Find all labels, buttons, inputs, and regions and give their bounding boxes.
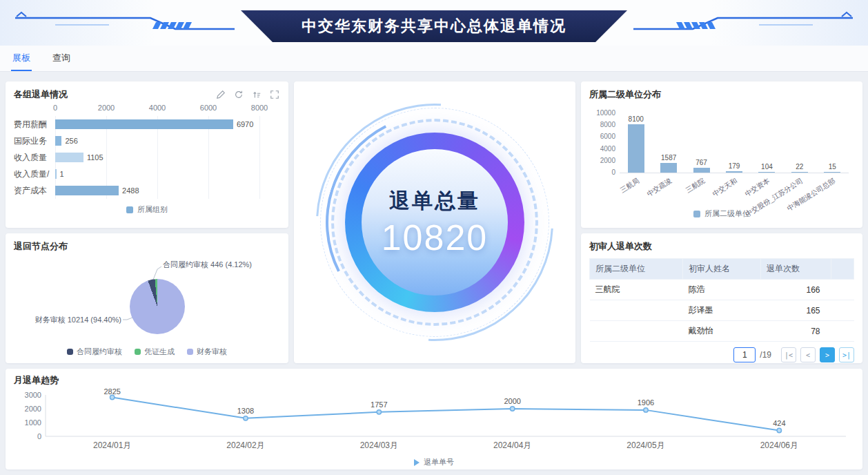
category-label: 三航院: [684, 176, 707, 195]
unit-bar-chart: 02000400060008000100008100三航局1587中交疏浚767…: [589, 102, 854, 206]
axis-line: [620, 173, 849, 173]
fullscreen-icon[interactable]: [269, 89, 280, 100]
category-label: 中交疏浚: [645, 176, 673, 199]
svg-text:2024/06月: 2024/06月: [760, 440, 798, 450]
first-page-button[interactable]: |<: [781, 347, 796, 362]
gauge-label: 退单总量: [389, 187, 480, 215]
axis-tick: 4000: [149, 104, 166, 112]
table-cell: [590, 321, 683, 342]
category-label: 费用薪酬: [14, 116, 54, 133]
legend-label: 所属组别: [137, 204, 168, 215]
legend-item: 凭证生成: [135, 347, 175, 357]
bar: [758, 172, 775, 173]
next-page-button[interactable]: >: [820, 347, 835, 362]
axis-tick: 6000: [200, 104, 217, 112]
legend-label: 退单单号: [424, 457, 454, 467]
legend-label: 所属二级单位: [704, 209, 750, 219]
legend-item: 合同履约审核: [67, 347, 122, 357]
axis-tick: 2000: [98, 104, 115, 112]
svg-text:424: 424: [773, 419, 785, 427]
axis-tick: 10000: [589, 109, 615, 117]
legend-marker: [187, 349, 193, 355]
panel-toolbar: [215, 89, 280, 100]
pie-chart: [130, 279, 185, 334]
tab-query[interactable]: 查询: [51, 46, 72, 71]
table-cell-spacer: [831, 300, 854, 321]
axis-tick: 6000: [589, 133, 615, 140]
bar: [55, 153, 83, 162]
legend-label: 财务审核: [197, 347, 227, 357]
svg-text:2024/01月: 2024/01月: [93, 440, 131, 450]
gauge-inner: 退单总量 10820: [362, 149, 508, 295]
bar: [693, 168, 710, 173]
legend-label: 合同履约审核: [77, 347, 122, 357]
legend-marker: [135, 349, 141, 355]
month-chart-legend: 退单单号: [14, 457, 854, 467]
reviewer-table: 所属二级单位 初审人姓名 退单次数 三航院陈浩166彭译墨165戴劲怡78: [589, 258, 854, 342]
legend-marker: [414, 459, 420, 466]
svg-text:0: 0: [37, 432, 41, 440]
bar: [55, 119, 233, 129]
month-line-chart: 010002000300028252024/01月13082024/02月175…: [14, 388, 854, 454]
page-input[interactable]: 1: [733, 347, 756, 362]
page-total: /19: [760, 350, 771, 360]
panel-title: 所属二级单位分布: [589, 88, 854, 101]
gridline: [259, 116, 260, 199]
legend-marker: [126, 206, 133, 213]
bar: [660, 163, 677, 173]
node-pie-chart: 合同履约审核 446 (4.12%) 财务审核 10214 (94.40%): [14, 253, 280, 344]
refresh-icon[interactable]: [233, 89, 244, 100]
legend-marker: [67, 349, 73, 355]
category-label: 收入质量/: [14, 166, 54, 182]
group-bar-chart: 02000400060008000费用薪酬6970国际业务256收入质量1105…: [14, 104, 280, 202]
svg-text:2000: 2000: [25, 405, 41, 413]
bar: [791, 172, 808, 173]
svg-text:2024/02月: 2024/02月: [226, 440, 264, 450]
page-title: 中交华东财务共享中心总体退单情况: [241, 10, 627, 42]
table-cell: 三航院: [590, 280, 683, 300]
panel-return-node: 退回节点分布 合同履约审核 446 (4.12%) 财务审核 10214 (94…: [6, 233, 288, 363]
table-cell: 彭译墨: [683, 300, 761, 321]
svg-text:2825: 2825: [103, 388, 120, 396]
table-row: 戴劲怡78: [590, 321, 854, 342]
edit-icon[interactable]: [215, 89, 226, 100]
gauge-value: 10820: [382, 217, 489, 258]
axis-tick: 8000: [589, 121, 615, 128]
prev-page-button[interactable]: <: [800, 347, 816, 362]
table-cell: 戴劲怡: [683, 321, 761, 342]
bar: [55, 186, 119, 195]
panel-title: 月退单趋势: [14, 374, 854, 387]
table-cell: 陈浩: [683, 280, 761, 300]
banner-decoration-right: [633, 10, 854, 36]
tab-dashboard[interactable]: 展板: [11, 46, 32, 71]
category-label: 资产成本: [14, 182, 54, 199]
svg-text:3000: 3000: [25, 391, 41, 399]
column-header-unit: 所属二级单位: [590, 259, 683, 280]
table-cell-spacer: [831, 280, 854, 300]
pie-label-contract: 合同履约审核 446 (4.12%): [163, 260, 252, 270]
panel-title: 初审人退单次数: [589, 240, 854, 253]
svg-text:1757: 1757: [371, 400, 387, 409]
bar: [726, 171, 742, 173]
sort-icon[interactable]: [251, 89, 262, 100]
pie-legend: 合同履约审核 凭证生成 财务审核: [14, 347, 280, 357]
svg-text:2024/03月: 2024/03月: [360, 440, 398, 450]
svg-text:1906: 1906: [638, 398, 654, 407]
svg-text:2024/05月: 2024/05月: [627, 440, 664, 450]
legend-label: 凭证生成: [144, 347, 175, 357]
svg-text:2024/04月: 2024/04月: [493, 440, 531, 450]
table-cell: [590, 300, 683, 321]
axis-tick: 4000: [589, 145, 615, 153]
panel-month-trend: 月退单趋势 010002000300028252024/01月13082024/…: [6, 369, 862, 469]
bar: [628, 124, 644, 173]
last-page-button[interactable]: >|: [839, 347, 854, 362]
unit-chart-legend: 所属二级单位: [589, 209, 854, 219]
table-row: 彭译墨165: [590, 300, 854, 321]
table-row: 三航院陈浩166: [590, 280, 854, 300]
header-banner: 中交华东财务共享中心总体退单情况: [0, 0, 868, 46]
value-label: 15: [811, 163, 853, 171]
svg-text:1000: 1000: [25, 418, 41, 427]
table-cell: 166: [761, 280, 831, 300]
table-cell: 165: [761, 300, 831, 321]
column-header-reviewer: 初审人姓名: [683, 259, 761, 280]
